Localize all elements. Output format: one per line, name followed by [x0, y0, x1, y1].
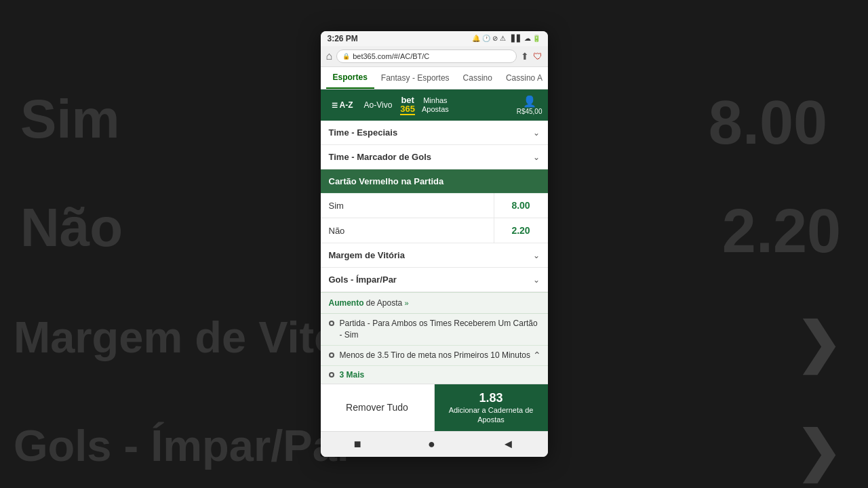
- az-label: A-Z: [340, 100, 353, 110]
- share-icon[interactable]: ⬆: [521, 51, 529, 62]
- menu-minhas-apostas[interactable]: MinhasApostas: [418, 94, 453, 117]
- bg-220-text: 2.20: [722, 197, 841, 266]
- section-margem-title: Margem de Vitória: [329, 250, 405, 260]
- bet-number: 365: [400, 104, 415, 113]
- back-button[interactable]: ◄: [502, 437, 514, 451]
- bg-8-text: 8.00: [709, 88, 827, 158]
- phone-bottom-nav: ■ ● ◄: [321, 431, 548, 457]
- section-time-marcador[interactable]: Time - Marcador de Gols ⌄: [321, 145, 548, 169]
- nav-tab-cassino[interactable]: Cassino: [456, 68, 499, 88]
- main-content: Time - Especiais ⌄ Time - Marcador de Go…: [321, 121, 548, 383]
- bet-odds-value: 1.83: [440, 391, 542, 405]
- menu-live-button[interactable]: Ao-Vivo: [359, 98, 398, 113]
- bg-gols-text: Gols - Ímpar/Par: [14, 420, 354, 471]
- aumento-text-1: Partida - Para Ambos os Times Receberem …: [340, 318, 540, 341]
- nav-tab-fantasy[interactable]: Fantasy - Esportes: [374, 68, 456, 88]
- bet-row-nao[interactable]: Não 2.20: [321, 218, 548, 243]
- bg-chevron1: ❯: [795, 312, 841, 375]
- lock-icon: 🔒: [342, 53, 350, 60]
- nav-tabs: Esportes Fantasy - Esportes Cassino Cass…: [321, 67, 548, 89]
- bet-underline: [400, 114, 415, 115]
- browser-url-bar[interactable]: 🔒 bet365.com/#/AC/BT/C: [336, 49, 516, 63]
- status-time: 3:26 PM: [328, 34, 358, 43]
- section-gols-chevron: ⌄: [533, 275, 540, 285]
- section-margem[interactable]: Margem de Vitória ⌄: [321, 243, 548, 268]
- aumento-header: Aumento de Aposta »: [321, 293, 548, 314]
- aumento-item-1: Partida - Para Ambos os Times Receberem …: [321, 314, 548, 346]
- aumento-more[interactable]: 3 Mais: [321, 366, 548, 384]
- browser-bar: ⌂ 🔒 bet365.com/#/AC/BT/C ⬆ 🛡: [321, 46, 548, 67]
- bet-text: bet: [401, 96, 414, 104]
- section-time-especiais-chevron: ⌄: [533, 128, 540, 138]
- section-time-especiais[interactable]: Time - Especiais ⌄: [321, 121, 548, 145]
- aumento-arrows-icon: »: [405, 299, 409, 307]
- section-time-marcador-title: Time - Marcador de Gols: [329, 152, 431, 162]
- minhas-label: MinhasApostas: [422, 96, 449, 113]
- section-margem-chevron: ⌄: [533, 251, 540, 260]
- add-to-bet-button[interactable]: 1.83 Adicionar a Caderneta de Apostas: [435, 384, 548, 432]
- menu-icon: ☰: [332, 102, 338, 109]
- cartao-title: Cartão Vermelho na Partida: [329, 176, 444, 186]
- aumento-item-2: Menos de 3.5 Tiro de meta nos Primeiros …: [321, 346, 548, 366]
- stop-button[interactable]: ■: [354, 437, 361, 451]
- aumento-green-text: Aumento: [329, 298, 364, 308]
- bg-chevron2: ❯: [795, 420, 841, 483]
- section-time-marcador-chevron: ⌄: [533, 152, 540, 162]
- url-text: bet365.com/#/AC/BT/C: [353, 52, 429, 60]
- shield-icon: 🛡: [533, 51, 542, 62]
- nav-tab-esportes[interactable]: Esportes: [326, 67, 374, 89]
- bet-odds-nao: 2.20: [494, 218, 548, 243]
- status-bar: 3:26 PM 🔔 🕐 ⊘ ⚠ ▋▋ ☁ 🔋: [321, 31, 548, 46]
- account-icon: 👤: [523, 95, 536, 108]
- bet-label-nao: Não: [321, 219, 494, 243]
- aumento-rest: de Aposta: [366, 298, 405, 308]
- aumento-items-wrapper: Partida - Para Ambos os Times Receberem …: [321, 314, 548, 383]
- section-time-especiais-title: Time - Especiais: [329, 127, 398, 138]
- section-gols[interactable]: Gols - Ímpar/Par ⌄: [321, 268, 548, 292]
- aumento-more-bullet: [329, 372, 334, 378]
- cartao-section-header: Cartão Vermelho na Partida: [321, 169, 548, 193]
- aumento-bullet-2: [329, 352, 334, 358]
- home-button[interactable]: ●: [428, 437, 435, 451]
- account-amount: R$45,00: [517, 108, 542, 115]
- bottom-bar: Remover Tudo 1.83 Adicionar a Caderneta …: [321, 384, 548, 432]
- bg-sim-text: Sim: [20, 88, 120, 150]
- bet-odds-sim: 8.00: [494, 193, 548, 218]
- bet365-logo[interactable]: bet 365: [400, 96, 415, 115]
- add-bet-label: Adicionar a Caderneta de Apostas: [440, 405, 542, 425]
- bg-nao-text: Não: [20, 197, 123, 259]
- aumento-collapse-icon[interactable]: ⌃: [533, 350, 541, 361]
- aumento-more-text: 3 Mais: [340, 370, 365, 380]
- browser-back-icon[interactable]: ⌂: [326, 50, 333, 62]
- live-label: Ao-Vivo: [364, 100, 393, 110]
- browser-actions: ⬆ 🛡: [521, 51, 542, 62]
- bet-label-sim: Sim: [321, 194, 494, 218]
- aumento-section: Aumento de Aposta » Partida - Para Ambos…: [321, 292, 548, 383]
- remove-all-button[interactable]: Remover Tudo: [321, 384, 435, 432]
- aumento-bullet-1: [329, 321, 334, 326]
- top-menu: ☰ A-Z Ao-Vivo bet 365 MinhasApostas 👤 R$…: [321, 89, 548, 121]
- phone-container: 3:26 PM 🔔 🕐 ⊘ ⚠ ▋▋ ☁ 🔋 ⌂ 🔒 bet365.com/#/…: [321, 31, 548, 457]
- menu-az-button[interactable]: ☰ A-Z: [326, 98, 359, 113]
- menu-account[interactable]: 👤 R$45,00: [517, 95, 542, 115]
- status-icons: 🔔 🕐 ⊘ ⚠ ▋▋ ☁ 🔋: [472, 35, 540, 42]
- nav-tab-cassino-a[interactable]: Cassino A: [499, 68, 548, 88]
- aumento-text-2: Menos de 3.5 Tiro de meta nos Primeiros …: [340, 350, 530, 361]
- section-gols-title: Gols - Ímpar/Par: [329, 274, 397, 285]
- bet-row-sim[interactable]: Sim 8.00: [321, 193, 548, 218]
